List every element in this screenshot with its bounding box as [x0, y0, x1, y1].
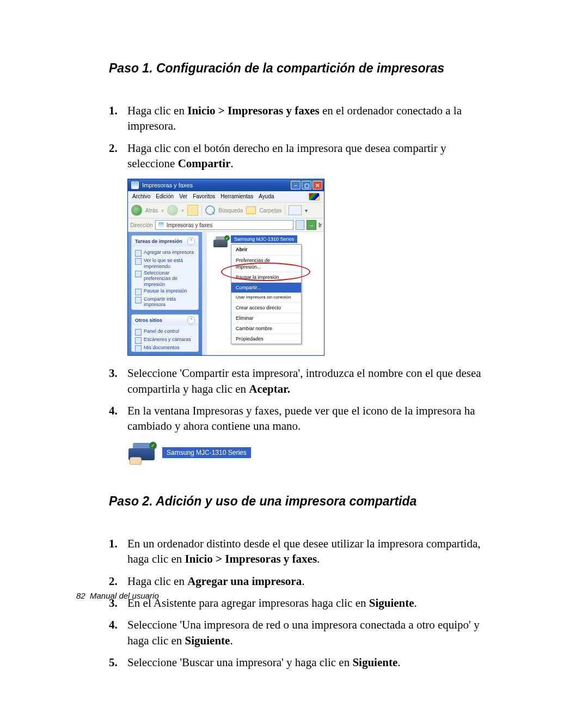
place-control-panel[interactable]: Panel de control [135, 328, 195, 336]
address-dropdown[interactable] [296, 220, 304, 230]
printers-faxes-icon [158, 222, 164, 228]
menu-edicion[interactable]: Edición [156, 193, 174, 200]
ctx-delete[interactable]: Eliminar [231, 313, 301, 323]
section2-title: Paso 2. Adición y uso de una impresora c… [109, 493, 495, 510]
places-panel: Otros sitios ⌃ Panel de control Escánere… [131, 314, 199, 352]
content: Paso 1. Configuración de la compartición… [109, 60, 495, 677]
tasks-list: Agregar una impresora Ver lo que se está… [132, 247, 198, 310]
task-preferences[interactable]: Seleccionar preferencias de impresión [135, 270, 195, 288]
menu-favoritos[interactable]: Favoritos [193, 193, 215, 200]
task-add-printer[interactable]: Agregar una impresora [135, 249, 195, 257]
main-pane[interactable]: ✓ Samsung MJC-1310 Series Abrir Preferen… [202, 232, 324, 355]
step2-1: 1. En un ordenador distinto desde el que… [109, 536, 495, 567]
titlebar[interactable]: Impresoras y faxes – ▢ ✕ [128, 179, 324, 191]
tasks-header[interactable]: Tareas de impresión ⌃ [132, 236, 198, 247]
search-label: Búsqueda [218, 207, 243, 215]
menu-herramientas[interactable]: Herramientas [220, 193, 253, 200]
step-text: En el Asistente para agregar impresoras … [127, 596, 369, 610]
page-footer: 82 Manual del usuario [76, 590, 159, 601]
back-button[interactable] [131, 205, 142, 216]
task-rename[interactable]: Cambiar de nombre a esta impresora [135, 308, 195, 310]
step-text: . [231, 157, 234, 170]
places-title: Otros sitios [135, 317, 162, 324]
place-my-documents[interactable]: Mis documentos [135, 344, 195, 352]
figure-shared-printer: ✓ Samsung MJC-1310 Series [127, 442, 495, 464]
menu-ver[interactable]: Ver [179, 193, 187, 200]
minimize-button[interactable]: – [291, 181, 301, 190]
step2-2: 2. Haga clic en Agregar una impresora. [109, 574, 495, 589]
tasks-title: Tareas de impresión [135, 238, 182, 245]
folders-label: Carpetas [259, 207, 281, 215]
task-pause[interactable]: Pausar la impresión [135, 288, 195, 296]
go-button[interactable]: → [307, 220, 316, 230]
figure-xp-window: Impresoras y faxes – ▢ ✕ Archivo Edición… [127, 179, 495, 356]
close-button[interactable]: ✕ [313, 181, 322, 190]
toolbar: Atrás ▾ ▾ Búsqueda Carpetas ▾ [128, 203, 324, 218]
control-panel-icon [135, 329, 142, 336]
step-bold: Inicio > Impresoras y faxes [185, 552, 317, 565]
menu-ayuda[interactable]: Ayuda [259, 193, 274, 200]
collapse-icon[interactable]: ⌃ [187, 237, 195, 245]
search-icon[interactable] [205, 205, 215, 215]
collapse-icon[interactable]: ⌃ [187, 316, 195, 324]
step-bold: Compartir [178, 157, 231, 170]
ctx-rename[interactable]: Cambiar nombre [231, 323, 301, 333]
printer-with-hand-icon: ✓ [127, 442, 156, 464]
step-number: 3. [109, 365, 118, 381]
ctx-preferences[interactable]: Preferencias de impresión... [231, 255, 301, 272]
step-text: Haga clic en [127, 104, 187, 117]
queue-icon [135, 258, 142, 265]
ctx-offline[interactable]: Usar impresora sin conexión [231, 292, 301, 302]
views-button[interactable] [289, 205, 302, 215]
address-label: Dirección [130, 222, 153, 229]
step-text: . [302, 575, 304, 588]
up-button[interactable] [187, 205, 198, 216]
step-4: 4. En la ventana Impresoras y faxes, pue… [109, 403, 495, 434]
go-label: Ir [318, 222, 322, 229]
shared-printer-label: Samsung MJC-1310 Series [162, 447, 251, 458]
documents-icon [135, 345, 142, 352]
step-number: 5. [109, 655, 118, 670]
address-field[interactable]: Impresoras y faxes [155, 220, 293, 230]
maximize-button[interactable]: ▢ [302, 181, 311, 190]
step-number: 1. [109, 536, 118, 551]
step-3: 3. Seleccione 'Compartir esta impresora'… [109, 365, 495, 397]
window-buttons: – ▢ ✕ [291, 181, 322, 190]
task-view-queue[interactable]: Ver lo que se está imprimiendo [135, 257, 195, 270]
ctx-properties[interactable]: Propiedades [231, 333, 301, 344]
context-menu: Abrir Preferencias de impresión... Pausa… [231, 244, 302, 344]
section1-title: Paso 1. Configuración de la compartición… [109, 60, 495, 77]
window-body: Tareas de impresión ⌃ Agregar una impres… [128, 232, 324, 355]
step-bold: Agregar una impresora [187, 575, 302, 588]
printer-icon[interactable]: ✓ [212, 235, 229, 249]
step-text: . [397, 656, 400, 669]
step2-4: 4. Seleccione 'Una impresora de red o un… [109, 617, 495, 648]
forward-button[interactable] [167, 205, 178, 216]
step-text: . [414, 596, 417, 610]
ctx-open[interactable]: Abrir [231, 245, 301, 254]
ctx-shortcut[interactable]: Crear acceso directo [231, 302, 301, 313]
printer-label[interactable]: Samsung MJC-1310 Series [231, 235, 297, 243]
address-value: Impresoras y faxes [167, 222, 212, 229]
footer-label: Manual del usuario [90, 591, 159, 600]
section1-list-cont: 3. Seleccione 'Compartir esta impresora'… [109, 365, 495, 434]
xp-window: Impresoras y faxes – ▢ ✕ Archivo Edición… [127, 179, 324, 356]
step-number: 1. [109, 103, 118, 118]
task-share[interactable]: Compartir esta impresora [135, 296, 195, 308]
page-number: 82 [76, 591, 85, 600]
step-bold: Siguiente [352, 656, 397, 669]
ctx-share[interactable]: Compartir... [231, 282, 301, 292]
place-scanners[interactable]: Escáneres y cámaras [135, 336, 195, 344]
address-bar: Dirección Impresoras y faxes → Ir [128, 218, 324, 232]
ctx-pause[interactable]: Pausar la impresión [231, 272, 301, 282]
step-text: Seleccione 'Compartir esta impresora', i… [127, 367, 481, 395]
step-number: 4. [109, 403, 118, 418]
rename-icon [135, 309, 142, 310]
step-number: 4. [109, 617, 118, 632]
scrollbar[interactable] [203, 232, 207, 355]
places-header[interactable]: Otros sitios ⌃ [132, 315, 198, 326]
folders-icon[interactable] [246, 206, 256, 214]
step-1: 1. Haga clic en Inicio > Impresoras y fa… [109, 103, 495, 134]
menu-archivo[interactable]: Archivo [132, 193, 150, 200]
pause-icon [135, 289, 142, 295]
